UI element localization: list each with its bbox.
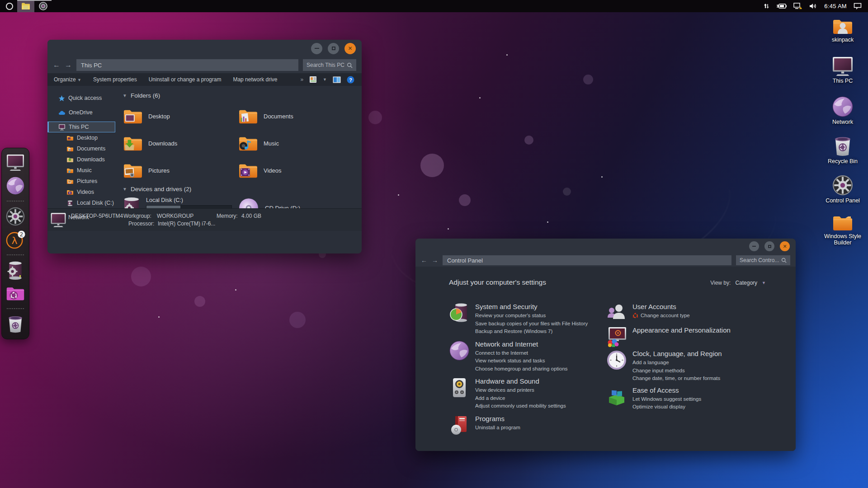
category-link[interactable]: Add a language — [632, 359, 722, 367]
organize-menu[interactable]: Organize ▼ — [54, 76, 81, 83]
battery-charging-icon[interactable] — [777, 3, 787, 9]
category-link[interactable]: Adjust commonly used mobility settings — [475, 402, 566, 410]
category-link[interactable]: Save backup copies of your files with Fi… — [475, 320, 588, 328]
user-accounts-icon[interactable] — [606, 303, 627, 324]
hardware-sound-icon[interactable] — [449, 377, 470, 398]
category-title[interactable]: Programs — [475, 415, 520, 422]
cd-drive-tile[interactable]: DVD CD Drive (D:) — [238, 196, 353, 208]
category-link[interactable]: Review your computer's status — [475, 312, 588, 320]
close-button[interactable]: ✕ — [344, 43, 356, 54]
category-link[interactable]: View devices and printers — [475, 386, 566, 394]
maximize-button[interactable] — [764, 241, 774, 251]
address-bar[interactable]: This PC — [76, 59, 298, 71]
back-button[interactable]: ← — [421, 257, 427, 263]
category-link[interactable]: Change account type — [632, 312, 690, 320]
programs-icon[interactable] — [449, 415, 470, 436]
network-warning-icon[interactable] — [793, 3, 802, 9]
desktop-icon-this-pc[interactable]: This PC — [820, 56, 865, 96]
category-link[interactable]: Add a device — [475, 394, 566, 403]
category-title[interactable]: Ease of Access — [632, 386, 701, 394]
folder-tile-music[interactable]: Music — [238, 130, 353, 157]
address-bar[interactable]: Control Panel — [443, 255, 731, 265]
network-internet-icon[interactable] — [449, 340, 470, 361]
sidebar-item-desktop[interactable]: Desktop — [47, 132, 115, 143]
desktop-icon-skinpack[interactable]: skinpack — [820, 17, 865, 56]
category-title[interactable]: Hardware and Sound — [475, 377, 566, 385]
dock-recycle-bin-button[interactable] — [5, 314, 25, 334]
ease-of-access-icon[interactable] — [606, 386, 627, 407]
desktop-icon-recycle-bin[interactable]: Recycle Bin — [820, 135, 865, 174]
minimize-button[interactable] — [749, 241, 759, 251]
clock-icon[interactable] — [606, 350, 627, 371]
dock-system-drive-button[interactable] — [5, 260, 25, 280]
control-panel-titlebar[interactable]: ✕ — [415, 239, 796, 254]
category-title[interactable]: Clock, Language, and Region — [632, 350, 722, 357]
folder-tile-documents[interactable]: Documents — [238, 103, 353, 130]
sidebar-item-onedrive[interactable]: OneDrive — [47, 107, 115, 118]
local-disk-tile[interactable]: Local Disk (C:) 18.7 GB free of 31.5 GB — [123, 196, 238, 208]
folders-section-header[interactable]: ▼ Folders (6) — [123, 92, 362, 99]
change-view-icon[interactable] — [309, 76, 317, 83]
help-icon[interactable]: ? — [347, 76, 354, 84]
dock-network-button[interactable] — [5, 176, 25, 196]
preview-pane-icon[interactable] — [333, 76, 341, 83]
folder-tile-pictures[interactable]: Pictures — [123, 157, 238, 184]
volume-icon[interactable] — [809, 3, 817, 9]
sidebar-item-quick-access[interactable]: Quick access — [47, 93, 115, 103]
explorer-titlebar[interactable]: ✕ — [47, 40, 362, 57]
start-button[interactable] — [2, 0, 17, 12]
category-link[interactable]: Backup and Restore (Windows 7) — [475, 328, 588, 336]
taskbar-clock[interactable]: 6:45 AM — [824, 3, 847, 9]
close-button[interactable]: ✕ — [780, 241, 790, 251]
sidebar-item-pictures[interactable]: Pictures — [47, 176, 115, 187]
sidebar-item-music[interactable]: Music — [47, 165, 115, 176]
category-title[interactable]: Network and Internet — [475, 340, 568, 348]
forward-button[interactable]: → — [65, 61, 72, 69]
folder-tile-desktop[interactable]: Desktop — [123, 103, 238, 130]
category-link[interactable]: Optimize visual display — [632, 403, 701, 411]
dock-control-panel-button[interactable] — [5, 206, 25, 226]
sidebar-item-this-pc[interactable]: This PC — [47, 122, 115, 132]
desktop-icon-network[interactable]: Network — [820, 96, 865, 135]
desktop-icon-windows-style-builder[interactable]: Windows Style Builder — [820, 214, 865, 253]
sidebar-item-local-disk[interactable]: Local Disk (C:) — [47, 197, 115, 208]
category-link[interactable]: Change date, time, or number formats — [632, 375, 722, 383]
category-link[interactable]: Connect to the Internet — [475, 349, 568, 357]
forward-button[interactable]: → — [432, 257, 438, 263]
sidebar-item-downloads[interactable]: Downloads — [47, 154, 115, 165]
map-network-drive-button[interactable]: Map network drive — [233, 76, 277, 83]
view-by-control[interactable]: View by: Category ▼ — [710, 280, 766, 286]
dock-half-life-2-button[interactable]: λ 2 — [5, 230, 25, 249]
minimize-button[interactable] — [311, 43, 322, 54]
sidebar-item-videos[interactable]: Videos — [47, 187, 115, 197]
category-link[interactable]: Uninstall a program — [475, 424, 520, 432]
appearance-icon[interactable] — [606, 326, 627, 347]
search-input[interactable]: Search This PC — [303, 59, 356, 71]
system-properties-button[interactable]: System properties — [93, 76, 137, 83]
category-title[interactable]: Appearance and Personalization — [632, 326, 731, 334]
folder-tile-videos[interactable]: Videos — [238, 157, 353, 184]
taskbar-file-explorer-button[interactable] — [17, 0, 34, 12]
system-security-icon[interactable] — [449, 303, 470, 324]
devices-section-header[interactable]: ▼ Devices and drives (2) — [123, 186, 362, 192]
back-button[interactable]: ← — [53, 61, 60, 69]
network-activity-arrows-icon[interactable] — [763, 3, 770, 9]
taskbar-skinpack-button[interactable] — [34, 0, 52, 12]
category-link[interactable]: Choose homegroup and sharing options — [475, 365, 568, 373]
category-link[interactable]: Let Windows suggest settings — [632, 395, 701, 404]
maximize-button[interactable] — [328, 43, 339, 54]
category-link[interactable]: Change input methods — [632, 367, 722, 375]
folder-tile-downloads[interactable]: Downloads — [123, 130, 238, 157]
category-title[interactable]: User Accounts — [632, 303, 690, 310]
chevron-down-icon[interactable]: ▼ — [323, 77, 327, 82]
uninstall-program-button[interactable]: Uninstall or change a program — [149, 76, 222, 83]
action-center-icon[interactable] — [854, 3, 862, 9]
dock-this-pc-button[interactable] — [5, 153, 25, 173]
view-by-value[interactable]: Category — [735, 280, 757, 286]
category-link[interactable]: View network status and tasks — [475, 357, 568, 365]
search-input[interactable]: Search Contro... — [736, 255, 790, 265]
desktop-icon-control-panel[interactable]: Control Panel — [820, 174, 865, 214]
dock-ubuntu-folder-button[interactable] — [5, 283, 25, 303]
toolbar-overflow-chevron[interactable]: » — [300, 76, 303, 83]
category-title[interactable]: System and Security — [475, 303, 588, 310]
